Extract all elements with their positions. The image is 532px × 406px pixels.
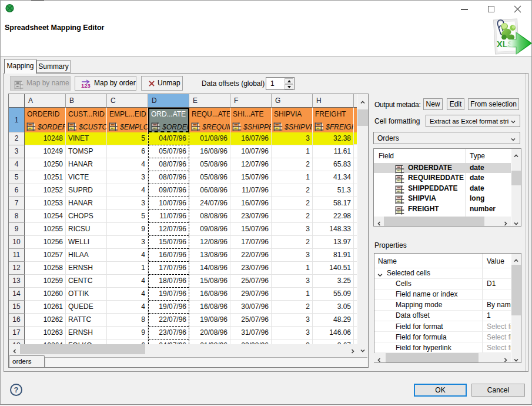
svg-text:123: 123: [81, 82, 91, 89]
